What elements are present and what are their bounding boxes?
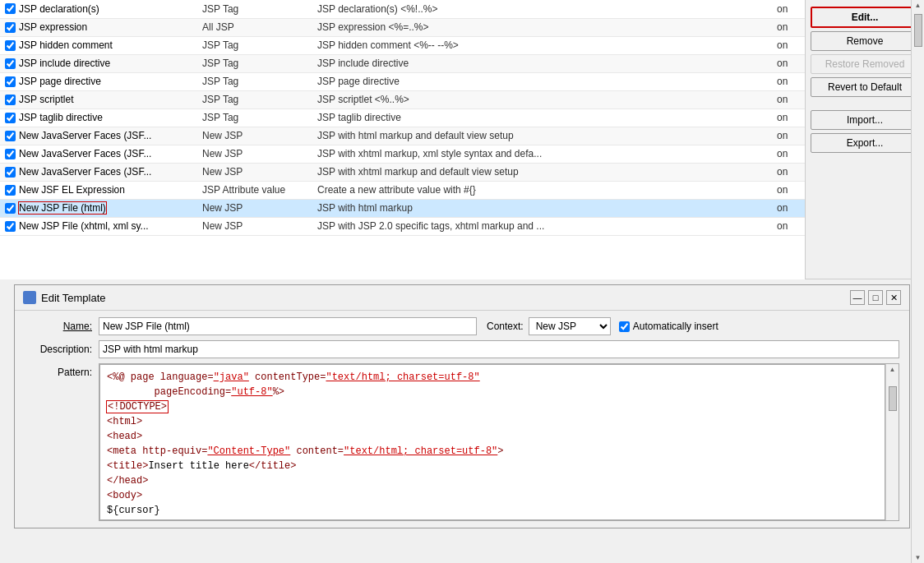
row-name: JSP expression xyxy=(19,21,87,33)
code-line-8: </head> xyxy=(107,473,878,488)
row-description: JSP declaration(s) <%!..%> xyxy=(312,0,772,18)
table-row[interactable]: New JavaServer Faces (JSF...New JSPJSP w… xyxy=(0,145,805,163)
row-name: JSP page directive xyxy=(19,76,101,87)
table-row[interactable]: JSP page directiveJSP TagJSP page direct… xyxy=(0,72,805,90)
table-row[interactable]: New JSP File (html)New JSPJSP with html … xyxy=(0,199,805,217)
row-checkbox[interactable] xyxy=(5,95,16,105)
pattern-scrollbar[interactable]: ▲ xyxy=(885,364,899,520)
pattern-editor[interactable]: <%@ page language="java" contentType="te… xyxy=(99,364,885,520)
remove-button[interactable]: Remove xyxy=(811,31,919,51)
main-scroll-down[interactable]: ▼ xyxy=(913,552,923,563)
main-scroll-up[interactable]: ▲ xyxy=(913,0,923,11)
edit-button[interactable]: Edit... xyxy=(811,7,919,28)
code-line-2: pageEncoding="utf-8"%> xyxy=(107,385,878,399)
row-description: JSP include directive xyxy=(312,54,772,72)
row-checkbox[interactable] xyxy=(5,3,16,14)
edit-template-dialog: Edit Template — □ ✕ Name: Context: New J… xyxy=(14,284,910,528)
main-scrollbar[interactable]: ▲ ▼ xyxy=(911,0,924,563)
table-row[interactable]: JSP declaration(s)JSP TagJSP declaration… xyxy=(0,0,805,18)
row-checkbox[interactable] xyxy=(5,149,16,159)
row-name: New JavaServer Faces (JSF... xyxy=(19,148,151,159)
row-checkbox[interactable] xyxy=(5,131,16,141)
table-row[interactable]: JSP include directiveJSP TagJSP include … xyxy=(0,54,805,72)
row-status: on xyxy=(772,217,805,235)
row-name: JSP hidden comment xyxy=(19,39,113,51)
row-description: JSP scriptlet <%..%> xyxy=(312,90,772,108)
row-context: New JSP xyxy=(197,127,312,145)
main-scroll-thumb[interactable] xyxy=(914,14,922,47)
context-select[interactable]: New JSP xyxy=(529,317,611,335)
row-description: JSP with xhtml markup, xml style syntax … xyxy=(312,145,772,163)
row-checkbox[interactable] xyxy=(5,221,16,232)
code-line-6: <meta http-equiv="Content-Type" content=… xyxy=(107,444,878,459)
pattern-row: Pattern: <%@ page language="java" conten… xyxy=(25,363,899,521)
sidebar-panel: Edit... Remove Restore Removed Revert to… xyxy=(805,0,924,279)
table-row[interactable]: New JSF EL ExpressionJSP Attribute value… xyxy=(0,181,805,199)
import-button[interactable]: Import... xyxy=(811,110,919,130)
row-status: on xyxy=(772,145,805,163)
row-checkbox[interactable] xyxy=(5,76,16,87)
row-status: on xyxy=(772,90,805,108)
row-context: New JSP xyxy=(197,145,312,163)
row-context: New JSP xyxy=(197,199,312,217)
name-row: Name: Context: New JSP Automatically ins… xyxy=(25,317,899,335)
row-name: JSP taglib directive xyxy=(19,112,103,123)
row-name: JSP scriptlet xyxy=(19,94,73,105)
table-row[interactable]: JSP scriptletJSP TagJSP scriptlet <%..%>… xyxy=(0,90,805,108)
name-label: Name: xyxy=(25,321,99,332)
dialog-icon xyxy=(23,291,36,304)
row-description: JSP with html markup and default view se… xyxy=(312,127,772,145)
restore-button[interactable]: Restore Removed xyxy=(811,54,919,74)
row-name: New JavaServer Faces (JSF... xyxy=(19,166,151,178)
dialog-controls: — □ ✕ xyxy=(850,290,901,305)
close-button[interactable]: ✕ xyxy=(886,290,901,305)
row-context: JSP Tag xyxy=(197,72,312,90)
row-checkbox[interactable] xyxy=(5,203,16,214)
context-label: Context: xyxy=(487,321,524,332)
row-checkbox[interactable] xyxy=(5,113,16,123)
table-row[interactable]: JSP expressionAll JSPJSP expression <%=.… xyxy=(0,18,805,36)
row-context: JSP Tag xyxy=(197,90,312,108)
description-row: Description: xyxy=(25,340,899,358)
auto-insert-label[interactable]: Automatically insert xyxy=(619,321,718,332)
row-context: JSP Attribute value xyxy=(197,181,312,199)
table-row[interactable]: New JSP File (xhtml, xml sy...New JSPJSP… xyxy=(0,217,805,235)
description-label: Description: xyxy=(25,344,99,355)
description-input[interactable] xyxy=(99,340,899,358)
revert-button[interactable]: Revert to Default xyxy=(811,77,919,97)
auto-insert-checkbox[interactable] xyxy=(619,321,630,332)
table-row[interactable]: New JavaServer Faces (JSF...New JSPJSP w… xyxy=(0,127,805,145)
row-status: on xyxy=(772,36,805,54)
row-context: New JSP xyxy=(197,217,312,235)
name-input[interactable] xyxy=(99,317,477,335)
row-checkbox[interactable] xyxy=(5,22,16,33)
row-description: JSP taglib directive xyxy=(312,108,772,127)
row-context: JSP Tag xyxy=(197,0,312,18)
minimize-button[interactable]: — xyxy=(850,290,865,305)
row-checkbox[interactable] xyxy=(5,58,16,69)
row-status: on xyxy=(772,163,805,181)
row-checkbox[interactable] xyxy=(5,167,16,178)
scroll-up-arrow[interactable]: ▲ xyxy=(888,364,898,375)
scroll-thumb[interactable] xyxy=(889,386,897,411)
table-row[interactable]: JSP taglib directiveJSP TagJSP taglib di… xyxy=(0,108,805,127)
row-status: on xyxy=(772,108,805,127)
row-description: JSP page directive xyxy=(312,72,772,90)
code-line-1: <%@ page language="java" contentType="te… xyxy=(107,370,878,385)
auto-insert-text: Automatically insert xyxy=(633,321,718,332)
dialog-titlebar: Edit Template — □ ✕ xyxy=(15,285,909,311)
row-status: on xyxy=(772,0,805,18)
row-status: on xyxy=(772,127,805,145)
table-row[interactable]: New JavaServer Faces (JSF...New JSPJSP w… xyxy=(0,163,805,181)
maximize-button[interactable]: □ xyxy=(868,290,883,305)
row-status: on xyxy=(772,181,805,199)
row-checkbox[interactable] xyxy=(5,40,16,51)
row-context: All JSP xyxy=(197,18,312,36)
export-button[interactable]: Export... xyxy=(811,133,919,153)
row-description: JSP with xhtml markup and default view s… xyxy=(312,163,772,181)
row-checkbox[interactable] xyxy=(5,185,16,196)
code-line-4: <html> xyxy=(107,414,878,429)
row-status: on xyxy=(772,72,805,90)
code-line-7: <title>Insert title here</title> xyxy=(107,459,878,473)
table-row[interactable]: JSP hidden commentJSP TagJSP hidden comm… xyxy=(0,36,805,54)
